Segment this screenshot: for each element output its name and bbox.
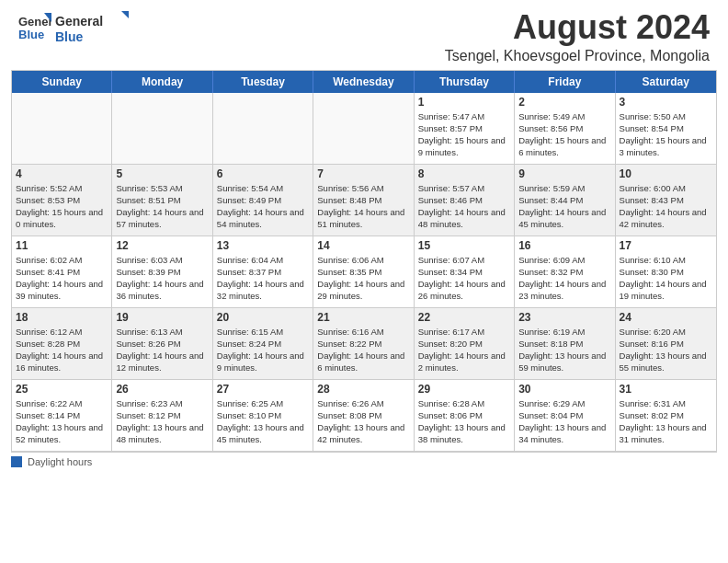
- cal-cell: 23Sunrise: 6:19 AM Sunset: 8:18 PM Dayli…: [515, 308, 615, 380]
- day-info: Sunrise: 6:31 AM Sunset: 8:02 PM Dayligh…: [620, 397, 712, 446]
- day-info: Sunrise: 5:50 AM Sunset: 8:54 PM Dayligh…: [620, 110, 712, 159]
- svg-text:General: General: [55, 14, 103, 29]
- day-number: 21: [317, 311, 409, 324]
- cal-cell: 22Sunrise: 6:17 AM Sunset: 8:20 PM Dayli…: [415, 308, 515, 380]
- day-number: 20: [217, 311, 309, 324]
- day-number: 29: [418, 383, 510, 396]
- header-sunday: Sunday: [12, 71, 112, 93]
- day-number: 31: [620, 383, 712, 396]
- day-info: Sunrise: 5:47 AM Sunset: 8:57 PM Dayligh…: [418, 110, 510, 159]
- day-number: 18: [16, 311, 108, 324]
- cal-cell: 9Sunrise: 5:59 AM Sunset: 8:44 PM Daylig…: [515, 165, 615, 236]
- day-info: Sunrise: 5:53 AM Sunset: 8:51 PM Dayligh…: [116, 182, 208, 231]
- cal-cell: 20Sunrise: 6:15 AM Sunset: 8:24 PM Dayli…: [213, 308, 313, 380]
- cal-cell: 25Sunrise: 6:22 AM Sunset: 8:14 PM Dayli…: [12, 380, 112, 452]
- day-info: Sunrise: 5:49 AM Sunset: 8:56 PM Dayligh…: [518, 110, 610, 159]
- day-number: 9: [518, 167, 610, 180]
- cal-cell: 24Sunrise: 6:20 AM Sunset: 8:16 PM Dayli…: [616, 308, 716, 380]
- cal-cell: 2Sunrise: 5:49 AM Sunset: 8:56 PM Daylig…: [515, 93, 615, 165]
- day-info: Sunrise: 6:20 AM Sunset: 8:16 PM Dayligh…: [620, 326, 712, 374]
- day-number: 13: [217, 239, 309, 252]
- daylight-dot: [11, 456, 22, 467]
- day-info: Sunrise: 6:04 AM Sunset: 8:37 PM Dayligh…: [217, 254, 309, 303]
- cal-cell: 27Sunrise: 6:25 AM Sunset: 8:10 PM Dayli…: [213, 380, 313, 452]
- day-number: 22: [418, 311, 510, 324]
- header-thursday: Thursday: [415, 71, 515, 93]
- cal-cell: 16Sunrise: 6:09 AM Sunset: 8:32 PM Dayli…: [515, 236, 615, 308]
- day-info: Sunrise: 6:25 AM Sunset: 8:10 PM Dayligh…: [217, 397, 309, 446]
- day-info: Sunrise: 5:56 AM Sunset: 8:48 PM Dayligh…: [317, 182, 409, 231]
- cal-cell: 15Sunrise: 6:07 AM Sunset: 8:34 PM Dayli…: [415, 236, 515, 308]
- day-info: Sunrise: 6:12 AM Sunset: 8:28 PM Dayligh…: [16, 326, 108, 374]
- day-info: Sunrise: 6:15 AM Sunset: 8:24 PM Dayligh…: [217, 326, 309, 374]
- cal-cell: [213, 93, 313, 165]
- day-number: 23: [518, 311, 610, 324]
- day-info: Sunrise: 5:52 AM Sunset: 8:53 PM Dayligh…: [16, 182, 108, 231]
- location-title: Tsengel, Khoevsgoel Province, Mongolia: [445, 48, 710, 64]
- svg-text:General: General: [18, 15, 51, 29]
- day-info: Sunrise: 6:13 AM Sunset: 8:26 PM Dayligh…: [116, 326, 208, 374]
- day-info: Sunrise: 6:29 AM Sunset: 8:04 PM Dayligh…: [518, 397, 610, 446]
- cal-cell: 14Sunrise: 6:06 AM Sunset: 8:35 PM Dayli…: [313, 236, 414, 308]
- cal-cell: [313, 93, 414, 165]
- day-number: 6: [217, 167, 309, 180]
- day-info: Sunrise: 6:03 AM Sunset: 8:39 PM Dayligh…: [116, 254, 208, 303]
- svg-text:Blue: Blue: [55, 29, 84, 44]
- day-number: 16: [518, 239, 610, 252]
- day-number: 4: [16, 167, 108, 180]
- day-info: Sunrise: 6:17 AM Sunset: 8:20 PM Dayligh…: [418, 326, 510, 374]
- cal-cell: 29Sunrise: 6:28 AM Sunset: 8:06 PM Dayli…: [415, 380, 515, 452]
- day-number: 3: [620, 96, 712, 109]
- title-block: August 2024 Tsengel, Khoevsgoel Province…: [445, 9, 710, 64]
- day-number: 30: [518, 383, 610, 396]
- cal-cell: [12, 93, 112, 165]
- day-number: 19: [116, 311, 208, 324]
- cal-cell: 8Sunrise: 5:57 AM Sunset: 8:46 PM Daylig…: [415, 165, 515, 236]
- day-info: Sunrise: 6:22 AM Sunset: 8:14 PM Dayligh…: [16, 397, 108, 446]
- cal-cell: 12Sunrise: 6:03 AM Sunset: 8:39 PM Dayli…: [112, 236, 212, 308]
- page-container: General Blue General Blue August 2024 Ts…: [0, 0, 728, 467]
- day-info: Sunrise: 6:09 AM Sunset: 8:32 PM Dayligh…: [518, 254, 610, 303]
- cal-cell: 4Sunrise: 5:52 AM Sunset: 8:53 PM Daylig…: [12, 165, 112, 236]
- header-wednesday: Wednesday: [313, 71, 414, 93]
- day-info: Sunrise: 6:00 AM Sunset: 8:43 PM Dayligh…: [620, 182, 712, 231]
- header-friday: Friday: [515, 71, 615, 93]
- cal-cell: 30Sunrise: 6:29 AM Sunset: 8:04 PM Dayli…: [515, 380, 615, 452]
- day-info: Sunrise: 5:57 AM Sunset: 8:46 PM Dayligh…: [418, 182, 510, 231]
- cal-cell: [112, 93, 212, 165]
- svg-text:Blue: Blue: [18, 28, 44, 41]
- day-number: 26: [116, 383, 208, 396]
- day-number: 25: [16, 383, 108, 396]
- cal-cell: 19Sunrise: 6:13 AM Sunset: 8:26 PM Dayli…: [112, 308, 212, 380]
- cal-cell: 10Sunrise: 6:00 AM Sunset: 8:43 PM Dayli…: [616, 165, 716, 236]
- calendar: Sunday Monday Tuesday Wednesday Thursday…: [11, 70, 717, 453]
- day-info: Sunrise: 6:28 AM Sunset: 8:06 PM Dayligh…: [418, 397, 510, 446]
- cal-cell: 7Sunrise: 5:56 AM Sunset: 8:48 PM Daylig…: [313, 165, 414, 236]
- cal-cell: 6Sunrise: 5:54 AM Sunset: 8:49 PM Daylig…: [213, 165, 313, 236]
- day-info: Sunrise: 6:16 AM Sunset: 8:22 PM Dayligh…: [317, 326, 409, 374]
- cal-cell: 3Sunrise: 5:50 AM Sunset: 8:54 PM Daylig…: [616, 93, 716, 165]
- day-number: 17: [620, 239, 712, 252]
- cal-cell: 28Sunrise: 6:26 AM Sunset: 8:08 PM Dayli…: [313, 380, 414, 452]
- svg-marker-5: [121, 11, 129, 18]
- day-info: Sunrise: 6:10 AM Sunset: 8:30 PM Dayligh…: [620, 254, 712, 303]
- header: General Blue General Blue August 2024 Ts…: [0, 0, 728, 70]
- footer: Daylight hours: [11, 456, 717, 467]
- calendar-body: 1Sunrise: 5:47 AM Sunset: 8:57 PM Daylig…: [12, 93, 716, 452]
- day-number: 5: [116, 167, 208, 180]
- day-number: 15: [418, 239, 510, 252]
- header-tuesday: Tuesday: [213, 71, 313, 93]
- day-info: Sunrise: 6:07 AM Sunset: 8:34 PM Dayligh…: [418, 254, 510, 303]
- footer-label: Daylight hours: [28, 456, 92, 467]
- cal-cell: 26Sunrise: 6:23 AM Sunset: 8:12 PM Dayli…: [112, 380, 212, 452]
- cal-cell: 13Sunrise: 6:04 AM Sunset: 8:37 PM Dayli…: [213, 236, 313, 308]
- month-title: August 2024: [445, 9, 710, 46]
- day-info: Sunrise: 6:02 AM Sunset: 8:41 PM Dayligh…: [16, 254, 108, 303]
- cal-cell: 31Sunrise: 6:31 AM Sunset: 8:02 PM Dayli…: [616, 380, 716, 452]
- calendar-header: Sunday Monday Tuesday Wednesday Thursday…: [12, 71, 716, 93]
- header-monday: Monday: [112, 71, 212, 93]
- day-info: Sunrise: 6:23 AM Sunset: 8:12 PM Dayligh…: [116, 397, 208, 446]
- cal-cell: 1Sunrise: 5:47 AM Sunset: 8:57 PM Daylig…: [415, 93, 515, 165]
- day-number: 14: [317, 239, 409, 252]
- cal-cell: 17Sunrise: 6:10 AM Sunset: 8:30 PM Dayli…: [616, 236, 716, 308]
